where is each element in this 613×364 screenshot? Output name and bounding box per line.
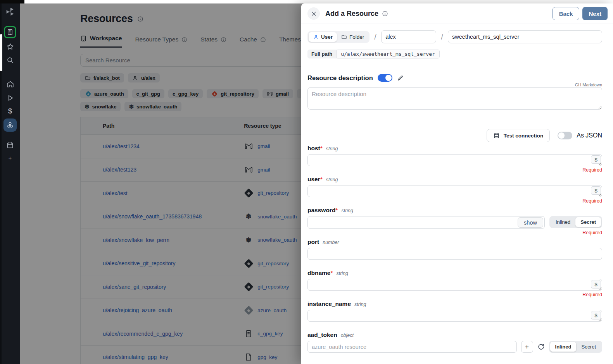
required-label: Required <box>307 198 602 204</box>
user-input[interactable] <box>307 185 602 197</box>
sidebar-item-resources-highlight[interactable] <box>4 26 16 38</box>
secret-option[interactable]: Secret <box>575 217 601 227</box>
dollar-variable-button[interactable]: $ <box>591 186 601 195</box>
instance-name-input[interactable] <box>307 310 602 322</box>
dollar-variable-button[interactable]: $ <box>591 311 601 319</box>
show-password-button[interactable]: show <box>518 217 543 228</box>
refresh-icon[interactable] <box>537 343 545 350</box>
description-textarea[interactable] <box>307 87 602 110</box>
secret-option[interactable]: Secret <box>576 342 601 352</box>
inlined-secret-segment: Inlined Secret <box>549 216 602 228</box>
required-label: Required <box>307 292 602 298</box>
dbname-input[interactable] <box>307 279 602 291</box>
pencil-icon[interactable] <box>397 75 404 81</box>
as-json-toggle[interactable] <box>558 132 572 139</box>
field-password: password* string show Inlined Secret Req… <box>307 207 602 236</box>
sidebar-item-add[interactable]: + <box>9 155 12 161</box>
window-top-strip <box>0 0 613 3</box>
full-path-label: Full path <box>307 50 336 58</box>
full-path-value: u/alex/sweetheart_ms_sql_server <box>336 50 440 58</box>
test-connection-button[interactable]: Test connection <box>487 129 550 142</box>
boxes-icon <box>6 121 14 129</box>
resource-name-input[interactable] <box>448 30 602 43</box>
sidebar-item-search[interactable] <box>6 56 14 64</box>
path-slash: / <box>441 32 443 41</box>
drawer-header: Add a Resource Back Next <box>301 3 613 24</box>
inlined-option[interactable]: Inlined <box>551 217 575 227</box>
drawer-title: Add a Resource <box>325 10 378 18</box>
description-heading: Resource description <box>307 74 373 82</box>
add-resource-plus-button[interactable]: + <box>521 341 533 353</box>
path-slash: / <box>374 32 376 41</box>
host-input[interactable] <box>307 154 602 166</box>
sidebar: $ + <box>0 3 20 364</box>
windmill-logo-icon[interactable] <box>5 7 15 17</box>
field-aad-token: aad_token object + Inlined Secret <box>307 331 602 353</box>
field-dbname: dbname* string $ Required <box>307 270 602 298</box>
owner-kind-user[interactable]: User <box>309 32 337 42</box>
database-icon <box>493 132 500 139</box>
sidebar-item-favorites[interactable] <box>6 43 14 51</box>
aad-token-input[interactable] <box>307 341 517 353</box>
required-label: Required <box>307 167 602 173</box>
as-json-label: As JSON <box>577 132 602 139</box>
dollar-variable-button[interactable]: $ <box>591 280 601 288</box>
owner-kind-folder[interactable]: Folder <box>337 32 368 42</box>
close-icon[interactable] <box>307 7 320 20</box>
next-button[interactable]: Next <box>582 7 608 20</box>
dollar-variable-button[interactable]: $ <box>591 155 601 164</box>
back-button[interactable]: Back <box>553 7 580 20</box>
sidebar-item-resources-active[interactable] <box>3 118 17 132</box>
add-resource-drawer: Add a Resource Back Next User Folde <box>301 3 613 364</box>
sidebar-item-home[interactable] <box>6 80 14 88</box>
window-top-strip-dark <box>0 0 24 3</box>
sidebar-item-schedules[interactable] <box>6 141 14 149</box>
password-input[interactable] <box>307 216 545 229</box>
field-instance-name: instance_name string $ <box>307 300 602 329</box>
field-host: host* string $ Required <box>307 145 602 173</box>
required-label: Required <box>307 230 602 236</box>
field-port: port number <box>307 239 602 267</box>
path-builder: User Folder / / <box>307 30 602 43</box>
inlined-secret-segment: Inlined Secret <box>549 341 602 353</box>
info-icon[interactable] <box>382 10 388 17</box>
sidebar-item-variables[interactable]: $ <box>8 107 12 115</box>
field-user: user* string $ Required <box>307 176 602 204</box>
gh-markdown-label: GH Markdown <box>307 82 602 87</box>
owner-input[interactable] <box>381 30 436 43</box>
window-scroll-notch <box>0 34 2 71</box>
port-input[interactable] <box>307 248 602 260</box>
app-window: $ + Resources <box>0 0 613 364</box>
description-toggle[interactable] <box>378 74 392 82</box>
buildings-icon <box>7 29 14 36</box>
full-path: Full path u/alex/sweetheart_ms_sql_serve… <box>307 50 440 58</box>
owner-kind-segment: User Folder <box>307 31 370 43</box>
sidebar-item-runs[interactable] <box>6 94 14 102</box>
inlined-option[interactable]: Inlined <box>550 342 577 352</box>
